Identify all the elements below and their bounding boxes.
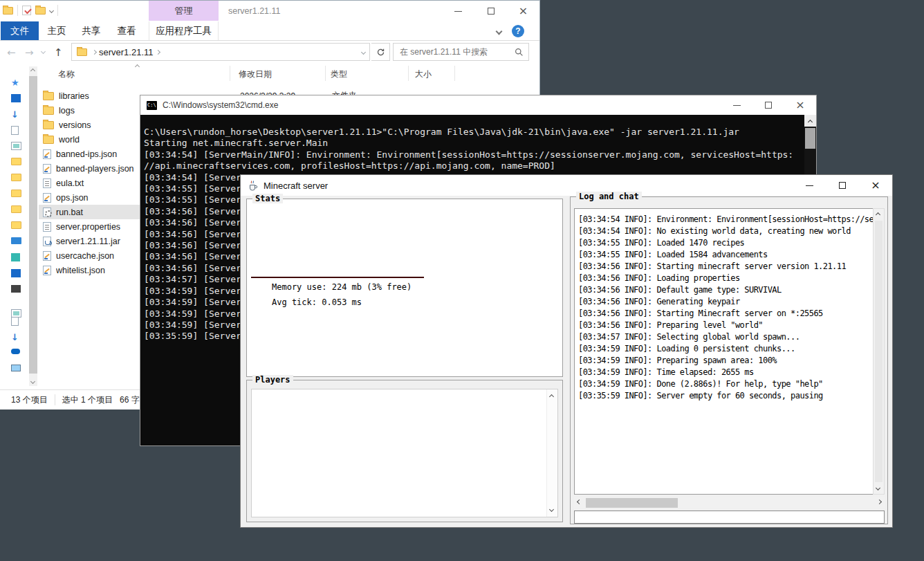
folder-icon[interactable] (11, 158, 21, 165)
scroll-up-button[interactable] (804, 115, 816, 127)
address-bar: ← → ↑ server1.21.11 (0, 41, 539, 63)
scroll-down-icon[interactable] (876, 486, 880, 490)
up-icon[interactable]: ↑ (54, 46, 63, 59)
folder-icon (43, 107, 54, 115)
tab-share[interactable]: 共享 (74, 21, 109, 40)
tab-app-tools[interactable]: 应用程序工具 (149, 21, 219, 40)
column-divider[interactable] (408, 66, 409, 81)
scroll-right-icon[interactable] (877, 499, 882, 504)
folder-icon[interactable] (11, 205, 21, 213)
this-pc-icon[interactable] (11, 237, 21, 244)
close-button[interactable]: × (507, 1, 539, 21)
ribbon-collapse-chevron-icon[interactable] (496, 28, 503, 35)
scrollbar-thumb[interactable] (805, 128, 815, 149)
close-button[interactable]: × (859, 175, 892, 196)
console-line: [03:34:54] [ServerMain/INFO]: Environmen… (144, 149, 804, 160)
history-chevron-icon[interactable] (41, 49, 46, 54)
address-box[interactable]: server1.21.11 (71, 43, 370, 61)
qat-customize-chevron-icon[interactable] (49, 8, 54, 12)
navigation-scrollbar[interactable] (29, 66, 37, 386)
documents-icon[interactable] (11, 126, 19, 135)
minecraft-window-title: Minecraft server (264, 181, 328, 191)
players-list[interactable] (251, 389, 558, 517)
address-dropdown-chevron-icon[interactable] (361, 50, 366, 55)
log-horizontal-scrollbar[interactable] (574, 497, 885, 508)
column-header-name[interactable]: 名称 (58, 68, 75, 80)
players-panel: Players (246, 380, 563, 522)
tab-home[interactable]: 主页 (39, 21, 74, 40)
pictures-icon[interactable] (11, 142, 21, 150)
breadcrumb[interactable]: server1.21.11 (99, 47, 154, 57)
scroll-up-icon[interactable] (549, 394, 554, 399)
back-icon[interactable]: ← (7, 46, 16, 59)
breadcrumb-chevron-icon[interactable] (92, 49, 97, 54)
minecraft-titlebar: Minecraft server × (241, 175, 892, 196)
downloads-icon[interactable] (11, 110, 22, 119)
log-vertical-scrollbar[interactable] (873, 208, 885, 495)
players-scrollbar[interactable] (546, 389, 557, 517)
cmd-app-icon: C:\ (147, 101, 157, 110)
column-divider[interactable] (454, 66, 455, 81)
scroll-down-icon[interactable] (30, 379, 35, 384)
explorer-app-icon (3, 7, 13, 15)
scroll-up-icon[interactable] (30, 68, 35, 73)
scroll-down-icon[interactable] (549, 507, 554, 512)
column-header-type[interactable]: 类型 (331, 68, 347, 80)
onedrive-icon[interactable] (11, 349, 20, 354)
documents-icon[interactable] (11, 317, 19, 326)
minimize-button[interactable] (721, 95, 752, 115)
column-header-date[interactable]: 修改日期 (239, 68, 272, 80)
properties-icon[interactable] (22, 6, 31, 15)
videos-icon[interactable] (11, 285, 21, 293)
tab-file[interactable]: 文件 (1, 21, 39, 40)
help-button[interactable]: ? (512, 25, 524, 37)
scrollbar-thumb[interactable] (875, 221, 883, 482)
folder-icon[interactable] (11, 221, 21, 229)
explorer-window-title: server1.21.11 (228, 6, 281, 16)
contextual-tab-manage[interactable]: 管理 (149, 1, 219, 21)
new-folder-icon[interactable] (35, 7, 46, 15)
scrollbar-thumb[interactable] (29, 76, 37, 374)
desktop-icon[interactable] (11, 94, 21, 102)
console-line: C:\Users\rundon_horse\Desktop\server1.21… (144, 127, 804, 138)
item-count: 13 个项目 (11, 394, 48, 406)
scroll-left-icon[interactable] (577, 499, 582, 504)
close-icon: × (795, 100, 804, 111)
3d-objects-icon[interactable] (11, 253, 20, 261)
downloads-icon[interactable] (11, 333, 22, 342)
star-icon[interactable] (11, 78, 22, 87)
column-divider[interactable] (230, 66, 230, 81)
command-input[interactable] (574, 511, 885, 524)
maximize-button[interactable] (474, 1, 507, 21)
stats-panel-label: Stats (252, 194, 283, 203)
scrollbar-thumb[interactable] (586, 498, 678, 508)
minimize-button[interactable] (793, 175, 826, 196)
minimize-icon (733, 105, 741, 106)
log-line: [03:34:55 INFO]: Loaded 1470 recipes (578, 237, 873, 249)
column-header-size[interactable]: 大小 (415, 68, 432, 80)
log-output[interactable]: [03:34:54 INFO]: Environment: Environmen… (574, 208, 874, 495)
quick-access-toolbar (3, 5, 58, 16)
column-divider[interactable] (325, 66, 326, 81)
refresh-button[interactable] (371, 43, 390, 61)
folder-icon (43, 121, 54, 129)
folder-icon[interactable] (11, 190, 21, 197)
maximize-button[interactable] (826, 175, 859, 196)
folder-icon (43, 136, 54, 144)
search-box (393, 43, 529, 61)
maximize-button[interactable] (752, 95, 784, 115)
desktop-icon[interactable] (11, 269, 21, 277)
breadcrumb-chevron-icon[interactable] (155, 49, 160, 54)
jar-file-icon (43, 237, 51, 246)
forward-icon[interactable]: → (25, 46, 34, 59)
minimize-button[interactable] (442, 1, 474, 21)
close-button[interactable]: × (784, 95, 816, 115)
tab-view[interactable]: 查看 (109, 21, 145, 40)
close-icon: × (871, 180, 880, 191)
network-icon[interactable] (11, 365, 21, 371)
refresh-icon (376, 48, 385, 57)
search-input[interactable] (394, 44, 528, 60)
scroll-up-icon[interactable] (876, 212, 880, 217)
log-line: [03:34:59 INFO]: Loading 0 persistent ch… (578, 343, 873, 355)
folder-icon[interactable] (11, 174, 21, 181)
